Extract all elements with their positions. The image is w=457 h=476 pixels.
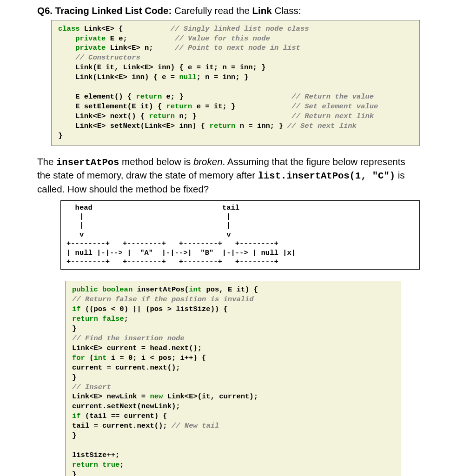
call-next: next [172,344,189,352]
brace: } [72,324,76,333]
header-link-class: Link [252,5,272,16]
m-nx-c: () { [127,112,149,120]
kw-private: private [58,44,106,52]
insertatpos-code: public boolean insertAtPos(int pos, E it… [65,281,401,476]
ascii-l2: | | [66,212,231,221]
semi: ; [124,315,128,323]
m-sn-b: setNext [110,122,140,130]
para-broken: broken [193,156,223,167]
tail-eq: tail = current. [72,422,137,430]
ctor2c: ; n = inn; } [197,73,249,81]
header-text-1: Carefully read the [172,5,252,16]
kw-pub-bool: public boolean [72,285,132,294]
kw-private: private [58,34,106,43]
fn-insertatpos: insertAtPos [132,285,185,294]
newlink-decl: Link<E> newLink = [72,392,150,401]
cmt-insert: // Insert [72,383,111,391]
m-sn-a: Link<E> [58,122,110,130]
assign: i = [106,354,128,362]
m-nx-e: n; } [175,112,291,120]
brace: } [72,431,76,440]
ascii-l3: | | [66,221,231,230]
para-call: list.insertAtPos(1, "C") [258,171,395,181]
num-0: 0 [119,305,124,313]
close-brace: } [58,132,62,140]
parens: (); [189,344,202,352]
ctor1: Link(E it, Link<E> inn) { e = it; n = in… [58,63,265,72]
m-el-a: E [58,93,84,101]
kw-if: if [72,305,81,313]
m-se-e: e = it; } [192,102,291,111]
num-0: 0 [128,354,132,362]
kw-class: class [58,25,80,33]
m-se-a: E [58,102,84,111]
ascii-l4: v v [66,231,231,239]
kw-return: return [136,93,162,101]
m-el-b: element [84,93,114,101]
brace: } [72,373,76,382]
m-nx-a: Link<E> [58,112,110,120]
page: Q6. Tracing Linked List Code: Carefully … [0,0,457,476]
kw-int: int [94,354,107,362]
field-n: Link<E> n; [106,44,175,52]
params: pos, E it) { [202,285,258,294]
ctor2a: Link(Link<E> inn) { e = [58,73,179,81]
cmt: // Value for this node [175,34,270,43]
cmt: // Set element value [291,102,378,111]
cmt: // Return the value [291,93,374,101]
question-header: Q6. Tracing Linked List Code: Carefully … [37,5,420,17]
call-next: next [150,364,167,372]
ascii-l6: | null |-|--> | "A" |-|-->| "B" |-|--> |… [66,249,296,257]
ascii-l5: +--------+ +--------+ +--------+ +------… [66,239,278,248]
paren: ( [85,354,94,362]
m-el-c: () { [114,93,136,101]
cmt: // Singly linked list node class [171,25,309,33]
call-setnext: setNext [106,402,137,410]
for-rest: ; i < pos; i++) { [132,354,206,362]
para-t2: method below is [119,156,193,167]
parens: (); [167,364,180,372]
cmt: // Point to next node in list [175,44,300,52]
kw-if: if [72,412,81,420]
m-sn-e: n = inn; } [235,122,287,130]
cur-eq: current = current. [72,364,150,372]
cur-dot: current. [72,402,106,410]
cmt-constructors: // Constructors [58,53,140,62]
m-se-b: setElement [84,102,127,111]
cond-b: ) || (pos > listSize)) { [124,305,228,313]
type-link: Link<E> { [80,25,171,33]
para-method-1: insertAtPos [56,157,119,168]
kw-return: return [210,122,236,130]
ascii-l7: +--------+ +--------+ +--------+ +------… [66,258,278,266]
question-paragraph: The insertAtPos method below is broken. … [37,155,420,196]
decl-current: Link<E> current = head. [72,344,172,352]
kw-new: new [150,392,163,401]
cmt: // Return next link [291,112,374,120]
link-class-code: class Link<E> { // Singly linked list no… [51,20,420,146]
cond-tail: (tail == current) { [81,412,167,420]
m-nx-b: next [110,112,127,120]
kw-return-true: return true [72,461,119,469]
m-se-c: (E it) { [127,102,166,111]
semi: ; [119,461,124,469]
listsize-inc: listSize++; [72,451,119,459]
kw-return: return [149,112,175,120]
cond-a: ((pos < [81,305,120,313]
ascii-l1: head tail [66,204,239,212]
memory-diagram: head tail | | | | v v +--------+ +------… [60,200,420,270]
kw-return-false: return false [72,315,124,323]
para-t1: The [37,156,56,167]
header-text-2: Class: [272,5,301,16]
paren: ( [185,285,189,294]
newlink-rest: Link<E>(it, current); [163,392,258,401]
cmt: // Find the insertion node [72,334,185,343]
kw-int: int [189,285,202,294]
kw-for: for [72,354,85,362]
kw-return: return [166,102,192,111]
cmt: // Return false if the position is inval… [72,295,254,304]
arg: (newLink); [137,402,180,410]
question-number: Q6. Tracing Linked List Code: [37,5,172,16]
m-sn-c: (Link<E> inn) { [140,122,210,130]
cmt-newtail: // New tail [172,422,219,430]
brace: } [72,470,76,476]
